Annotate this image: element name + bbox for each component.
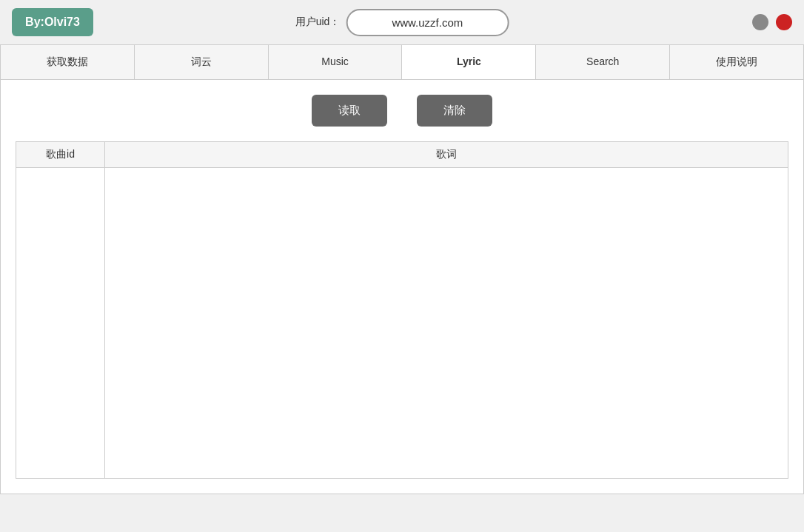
col-header-lyrics: 歌词 bbox=[105, 142, 788, 168]
close-button[interactable] bbox=[776, 14, 792, 30]
action-bar: 读取 清除 bbox=[16, 95, 788, 127]
tab-search[interactable]: Search bbox=[536, 45, 670, 79]
tab-help[interactable]: 使用说明 bbox=[670, 45, 804, 79]
uid-input[interactable] bbox=[346, 9, 509, 36]
minimize-button[interactable] bbox=[752, 14, 768, 30]
uid-label: 用户uid： bbox=[295, 16, 341, 29]
tab-get-data[interactable]: 获取数据 bbox=[0, 45, 135, 79]
main-content: 读取 清除 歌曲id 歌词 bbox=[0, 80, 804, 494]
tab-music[interactable]: Music bbox=[269, 45, 403, 79]
tab-bar: 获取数据 词云 Music Lyric Search 使用说明 bbox=[0, 44, 804, 80]
data-table: 歌曲id 歌词 bbox=[16, 141, 788, 479]
tab-lyric[interactable]: Lyric bbox=[402, 45, 536, 79]
tab-word-cloud[interactable]: 词云 bbox=[135, 45, 269, 79]
title-bar: By:Olvi73 用户uid： bbox=[0, 0, 804, 44]
table-empty-row bbox=[16, 168, 788, 479]
window-controls bbox=[752, 14, 792, 30]
clear-button[interactable]: 清除 bbox=[417, 95, 492, 127]
col-header-id: 歌曲id bbox=[16, 142, 105, 168]
read-button[interactable]: 读取 bbox=[312, 95, 387, 127]
uid-area: 用户uid： bbox=[295, 9, 509, 36]
logo: By:Olvi73 bbox=[12, 8, 93, 36]
